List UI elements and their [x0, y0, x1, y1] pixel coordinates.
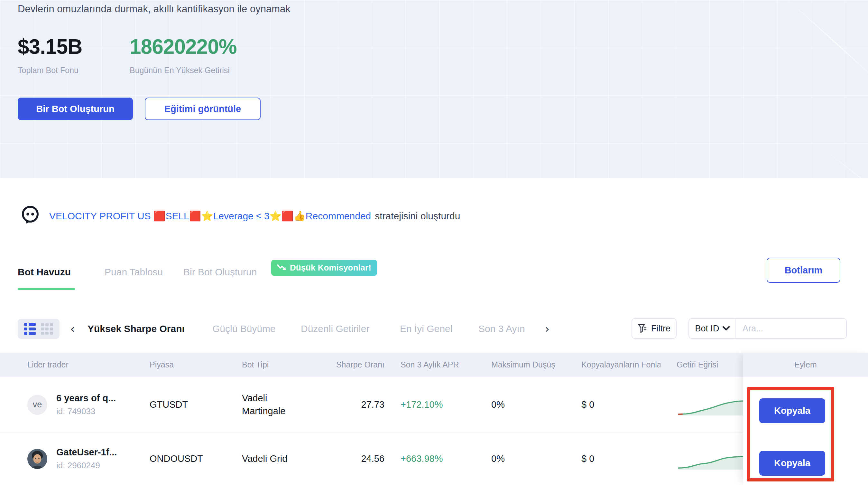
chevron-down-icon — [722, 326, 730, 331]
announcement-bar: VELOCITY PROFIT US 🟥SELL🟥⭐Leverage ≤ 3⭐🟥… — [20, 205, 460, 227]
col-bot-type: Bot Tipi — [242, 360, 335, 369]
stat-total-bot-fund-label: Toplam Bot Fonu — [18, 66, 82, 75]
category-strong-growth[interactable]: Güçlü Büyüme — [212, 318, 276, 339]
search-type-dropdown[interactable]: Bot ID — [689, 319, 736, 338]
apr-cell: +663.98% — [384, 453, 475, 464]
stat-highest-return-value: 18620220% — [130, 35, 237, 59]
hero-buttons: Bir Bot Oluşturun Eğitimi görüntüle — [18, 97, 260, 120]
announcement-strategy-link[interactable]: VELOCITY PROFIT US 🟥SELL🟥⭐Leverage ≤ 3⭐🟥… — [49, 210, 371, 221]
col-leader: Lider trader — [27, 360, 150, 369]
search-input[interactable] — [736, 319, 847, 338]
avatar-photo[interactable] — [27, 449, 47, 469]
leader-cell: GateUser-1f... id: 2960249 — [27, 447, 150, 470]
leader-name[interactable]: GateUser-1f... — [56, 447, 117, 458]
category-steady-returns[interactable]: Düzenli Getiriler — [301, 318, 369, 339]
filter-bar: ‹ Yüksek Sharpe Oranı Güçlü Büyüme Düzen… — [0, 318, 868, 339]
sharpe-cell: 24.56 — [335, 453, 384, 464]
leader-cell: ve 6 years of q... id: 749033 — [27, 393, 150, 417]
category-best-overall[interactable]: En İyi Genel — [400, 318, 452, 339]
low-commissions-badge[interactable]: Düşük Komisyonlar! — [271, 260, 377, 276]
trend-down-arrow-icon — [277, 264, 287, 272]
market-cell: ONDOUSDT — [150, 453, 242, 464]
sharpe-cell: 27.73 — [335, 399, 384, 410]
create-bot-button[interactable]: Bir Bot Oluşturun — [18, 97, 133, 120]
grid-view-icon[interactable] — [41, 323, 53, 335]
col-max-drawdown: Maksimum Düşüş — [475, 360, 565, 369]
copier-funds-cell: $ 0 — [565, 399, 660, 410]
hero-tagline: Devlerin omuzlarında durmak, akıllı kant… — [18, 3, 290, 15]
tab-leaderboard[interactable]: Puan Tablosu — [104, 267, 163, 278]
col-market: Piyasa — [150, 360, 242, 369]
copy-button[interactable]: Kopyala — [759, 451, 825, 476]
stat-highest-return: 18620220% Bugünün En Yüksek Getirisi — [130, 35, 237, 75]
col-return-curve: Getiri Eğrisi — [660, 360, 739, 369]
return-curve-sparkline — [678, 448, 739, 470]
return-curve-cell — [660, 448, 739, 470]
announcement-text: VELOCITY PROFIT US 🟥SELL🟥⭐Leverage ≤ 3⭐🟥… — [49, 210, 460, 222]
table-row[interactable]: GateUser-1f... id: 2960249 ONDOUSDT Vade… — [0, 433, 868, 484]
hero-decorative-line — [785, 0, 868, 88]
col-action: Eylem — [743, 353, 868, 377]
announcement-suffix: stratejisini oluşturdu — [375, 210, 460, 221]
funnel-icon — [638, 323, 647, 334]
view-toggle — [18, 319, 60, 339]
bot-type-cell: Vadeli Grid — [242, 453, 287, 465]
tab-create-bot[interactable]: Bir Bot Oluşturun — [183, 267, 257, 278]
tabs-row: Bot Havuzu Puan Tablosu Bir Bot Oluşturu… — [0, 258, 868, 293]
bot-type-cell: Vadeli Martingale — [242, 392, 295, 417]
bot-pool-page: Devlerin omuzlarında durmak, akıllı kant… — [0, 0, 868, 485]
categories-scroll-right-icon[interactable]: › — [545, 318, 550, 339]
filter-button[interactable]: Filtre — [631, 318, 677, 339]
col-apr: Son 3 Aylık APR — [384, 360, 475, 369]
col-copier-funds: Kopyalayanların Fonları — [565, 360, 660, 369]
leader-name[interactable]: 6 years of q... — [56, 393, 116, 403]
categories-scroll-left-icon[interactable]: ‹ — [70, 318, 75, 339]
action-column: Eylem Kopyala Kopyala — [743, 353, 868, 485]
tab-bot-pool[interactable]: Bot Havuzu — [18, 267, 71, 278]
copier-funds-cell: $ 0 — [565, 453, 660, 464]
return-curve-sparkline — [678, 394, 739, 416]
col-sharpe: Sharpe Oranı — [335, 360, 384, 369]
search-type-label: Bot ID — [695, 324, 719, 334]
max-drawdown-cell: 0% — [475, 453, 565, 464]
hero-section: Devlerin omuzlarında durmak, akıllı kant… — [0, 0, 868, 178]
active-tab-underline — [18, 288, 75, 290]
table-header: Lider trader Piyasa Bot Tipi Sharpe Oran… — [0, 353, 868, 377]
category-last-3-months[interactable]: Son 3 Ayın — [478, 318, 525, 339]
leader-id: id: 749033 — [56, 406, 116, 417]
search-group: Bot ID — [688, 318, 847, 339]
list-view-icon[interactable] — [24, 323, 36, 335]
leader-id: id: 2960249 — [56, 460, 117, 470]
chat-bubble-icon — [20, 205, 40, 227]
market-cell: GTUSDT — [150, 399, 242, 410]
avatar[interactable]: ve — [27, 395, 47, 415]
my-bots-button[interactable]: Botlarım — [767, 258, 840, 283]
copy-button[interactable]: Kopyala — [759, 398, 825, 423]
stat-total-bot-fund: $3.15B Toplam Bot Fonu — [18, 35, 82, 75]
max-drawdown-cell: 0% — [475, 399, 565, 410]
filter-button-label: Filtre — [651, 324, 671, 334]
apr-cell: +172.10% — [384, 399, 475, 410]
return-curve-cell — [660, 394, 739, 416]
stat-total-bot-fund-value: $3.15B — [18, 35, 82, 59]
low-commissions-badge-label: Düşük Komisyonlar! — [290, 263, 371, 273]
stat-highest-return-label: Bugünün En Yüksek Getirisi — [130, 66, 237, 75]
category-high-sharpe[interactable]: Yüksek Sharpe Oranı — [88, 318, 185, 339]
view-tutorial-button[interactable]: Eğitimi görüntüle — [145, 97, 260, 120]
hero-decorative-line — [810, 139, 868, 242]
table-row[interactable]: ve 6 years of q... id: 749033 GTUSDT Vad… — [0, 377, 868, 433]
bot-table: Lider trader Piyasa Bot Tipi Sharpe Oran… — [0, 353, 868, 485]
